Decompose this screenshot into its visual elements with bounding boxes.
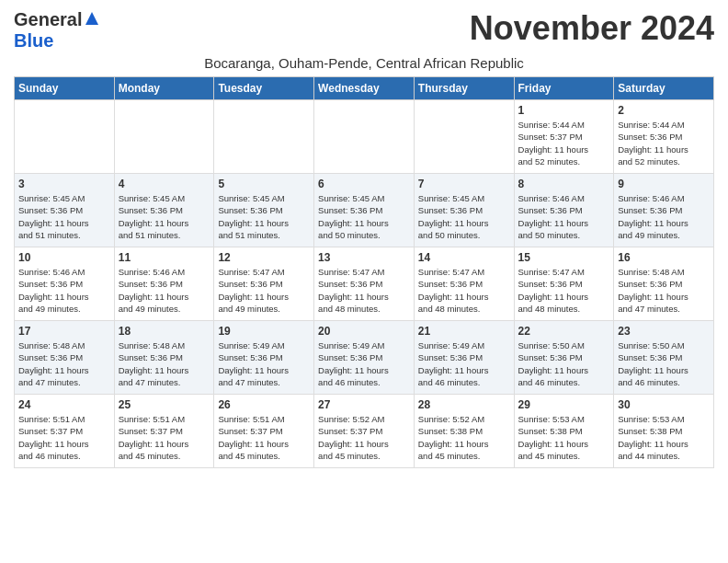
day-number: 13 <box>318 251 410 264</box>
day-info: Sunrise: 5:46 AMSunset: 5:36 PMDaylight:… <box>618 192 710 241</box>
day-info: Sunrise: 5:46 AMSunset: 5:36 PMDaylight:… <box>518 192 610 241</box>
day-number: 17 <box>18 325 110 338</box>
calendar-cell: 1Sunrise: 5:44 AMSunset: 5:37 PMDaylight… <box>514 100 614 174</box>
calendar-cell: 21Sunrise: 5:49 AMSunset: 5:36 PMDayligh… <box>414 321 514 395</box>
weekday-header-monday: Monday <box>114 77 214 100</box>
day-number: 22 <box>518 325 610 338</box>
calendar-cell: 23Sunrise: 5:50 AMSunset: 5:36 PMDayligh… <box>614 321 714 395</box>
header: General Blue November 2024 <box>14 9 714 52</box>
day-number: 9 <box>618 178 710 190</box>
day-number: 6 <box>318 178 410 190</box>
day-info: Sunrise: 5:49 AMSunset: 5:36 PMDaylight:… <box>318 339 410 388</box>
day-number: 18 <box>119 325 210 338</box>
calendar-cell: 14Sunrise: 5:47 AMSunset: 5:36 PMDayligh… <box>414 247 514 321</box>
weekday-header-sunday: Sunday <box>15 77 115 100</box>
calendar-cell: 18Sunrise: 5:48 AMSunset: 5:36 PMDayligh… <box>114 321 214 395</box>
day-info: Sunrise: 5:46 AMSunset: 5:36 PMDaylight:… <box>119 266 210 315</box>
day-number: 4 <box>119 178 210 190</box>
calendar-cell: 22Sunrise: 5:50 AMSunset: 5:36 PMDayligh… <box>514 321 614 395</box>
day-info: Sunrise: 5:48 AMSunset: 5:36 PMDaylight:… <box>618 266 710 315</box>
day-info: Sunrise: 5:48 AMSunset: 5:36 PMDaylight:… <box>119 339 210 388</box>
calendar-cell: 4Sunrise: 5:45 AMSunset: 5:36 PMDaylight… <box>114 174 214 247</box>
day-info: Sunrise: 5:50 AMSunset: 5:36 PMDaylight:… <box>618 339 710 388</box>
day-number: 2 <box>618 104 710 117</box>
day-number: 19 <box>218 325 310 338</box>
weekday-header-wednesday: Wednesday <box>314 77 415 100</box>
day-info: Sunrise: 5:44 AMSunset: 5:36 PMDaylight:… <box>618 119 710 167</box>
calendar-cell: 2Sunrise: 5:44 AMSunset: 5:36 PMDaylight… <box>614 100 714 174</box>
logo: General Blue <box>14 9 100 52</box>
day-info: Sunrise: 5:49 AMSunset: 5:36 PMDaylight:… <box>418 339 510 388</box>
day-info: Sunrise: 5:45 AMSunset: 5:36 PMDaylight:… <box>318 192 410 241</box>
day-number: 24 <box>18 398 110 411</box>
day-number: 29 <box>518 398 610 411</box>
calendar-week-4: 17Sunrise: 5:48 AMSunset: 5:36 PMDayligh… <box>15 321 714 395</box>
calendar-cell: 28Sunrise: 5:52 AMSunset: 5:38 PMDayligh… <box>414 395 514 468</box>
day-number: 21 <box>418 325 510 338</box>
day-number: 1 <box>518 104 610 117</box>
calendar-week-1: 1Sunrise: 5:44 AMSunset: 5:37 PMDaylight… <box>15 100 714 174</box>
calendar-cell: 15Sunrise: 5:47 AMSunset: 5:36 PMDayligh… <box>514 247 614 321</box>
calendar-week-5: 24Sunrise: 5:51 AMSunset: 5:37 PMDayligh… <box>15 395 714 468</box>
logo-icon <box>84 10 100 30</box>
day-info: Sunrise: 5:45 AMSunset: 5:36 PMDaylight:… <box>218 192 310 241</box>
calendar-cell: 8Sunrise: 5:46 AMSunset: 5:36 PMDaylight… <box>514 174 614 247</box>
calendar-cell <box>214 100 314 174</box>
calendar-cell: 7Sunrise: 5:45 AMSunset: 5:36 PMDaylight… <box>414 174 514 247</box>
svg-marker-0 <box>85 12 98 25</box>
day-number: 28 <box>418 398 510 411</box>
calendar-cell: 27Sunrise: 5:52 AMSunset: 5:37 PMDayligh… <box>314 395 415 468</box>
day-number: 27 <box>318 398 410 411</box>
calendar-cell: 30Sunrise: 5:53 AMSunset: 5:38 PMDayligh… <box>614 395 714 468</box>
day-info: Sunrise: 5:52 AMSunset: 5:37 PMDaylight:… <box>318 413 410 462</box>
day-number: 7 <box>418 178 510 190</box>
calendar-cell: 10Sunrise: 5:46 AMSunset: 5:36 PMDayligh… <box>15 247 115 321</box>
day-info: Sunrise: 5:50 AMSunset: 5:36 PMDaylight:… <box>518 339 610 388</box>
calendar-cell <box>314 100 415 174</box>
weekday-header-thursday: Thursday <box>414 77 514 100</box>
day-number: 15 <box>518 251 610 264</box>
weekday-header-saturday: Saturday <box>614 77 714 100</box>
day-info: Sunrise: 5:47 AMSunset: 5:36 PMDaylight:… <box>518 266 610 315</box>
day-info: Sunrise: 5:52 AMSunset: 5:38 PMDaylight:… <box>418 413 510 462</box>
day-info: Sunrise: 5:47 AMSunset: 5:36 PMDaylight:… <box>318 266 410 315</box>
day-number: 5 <box>218 178 310 190</box>
weekday-header-friday: Friday <box>514 77 614 100</box>
day-number: 26 <box>218 398 310 411</box>
calendar-cell: 12Sunrise: 5:47 AMSunset: 5:36 PMDayligh… <box>214 247 314 321</box>
day-number: 11 <box>119 251 210 264</box>
day-number: 8 <box>518 178 610 190</box>
day-number: 25 <box>119 398 210 411</box>
logo-blue: Blue <box>14 30 53 51</box>
day-number: 23 <box>618 325 710 338</box>
day-info: Sunrise: 5:45 AMSunset: 5:36 PMDaylight:… <box>418 192 510 241</box>
calendar-cell: 16Sunrise: 5:48 AMSunset: 5:36 PMDayligh… <box>614 247 714 321</box>
day-info: Sunrise: 5:47 AMSunset: 5:36 PMDaylight:… <box>218 266 310 315</box>
calendar-cell: 9Sunrise: 5:46 AMSunset: 5:36 PMDaylight… <box>614 174 714 247</box>
day-info: Sunrise: 5:51 AMSunset: 5:37 PMDaylight:… <box>18 413 110 462</box>
calendar-cell: 17Sunrise: 5:48 AMSunset: 5:36 PMDayligh… <box>15 321 115 395</box>
day-info: Sunrise: 5:48 AMSunset: 5:36 PMDaylight:… <box>18 339 110 388</box>
calendar-cell: 6Sunrise: 5:45 AMSunset: 5:36 PMDaylight… <box>314 174 415 247</box>
calendar-cell <box>414 100 514 174</box>
day-info: Sunrise: 5:53 AMSunset: 5:38 PMDaylight:… <box>618 413 710 462</box>
calendar-cell: 20Sunrise: 5:49 AMSunset: 5:36 PMDayligh… <box>314 321 415 395</box>
day-number: 10 <box>18 251 110 264</box>
day-info: Sunrise: 5:47 AMSunset: 5:36 PMDaylight:… <box>418 266 510 315</box>
day-info: Sunrise: 5:53 AMSunset: 5:38 PMDaylight:… <box>518 413 610 462</box>
day-info: Sunrise: 5:45 AMSunset: 5:36 PMDaylight:… <box>119 192 210 241</box>
day-info: Sunrise: 5:45 AMSunset: 5:36 PMDaylight:… <box>18 192 110 241</box>
calendar-week-3: 10Sunrise: 5:46 AMSunset: 5:36 PMDayligh… <box>15 247 714 321</box>
day-number: 14 <box>418 251 510 264</box>
day-info: Sunrise: 5:44 AMSunset: 5:37 PMDaylight:… <box>518 119 610 167</box>
calendar-cell <box>114 100 214 174</box>
calendar-cell: 3Sunrise: 5:45 AMSunset: 5:36 PMDaylight… <box>15 174 115 247</box>
calendar-cell: 11Sunrise: 5:46 AMSunset: 5:36 PMDayligh… <box>114 247 214 321</box>
calendar-cell <box>15 100 115 174</box>
day-number: 30 <box>618 398 710 411</box>
calendar-cell: 5Sunrise: 5:45 AMSunset: 5:36 PMDaylight… <box>214 174 314 247</box>
day-number: 12 <box>218 251 310 264</box>
calendar-cell: 19Sunrise: 5:49 AMSunset: 5:36 PMDayligh… <box>214 321 314 395</box>
calendar-week-2: 3Sunrise: 5:45 AMSunset: 5:36 PMDaylight… <box>15 174 714 247</box>
day-info: Sunrise: 5:49 AMSunset: 5:36 PMDaylight:… <box>218 339 310 388</box>
